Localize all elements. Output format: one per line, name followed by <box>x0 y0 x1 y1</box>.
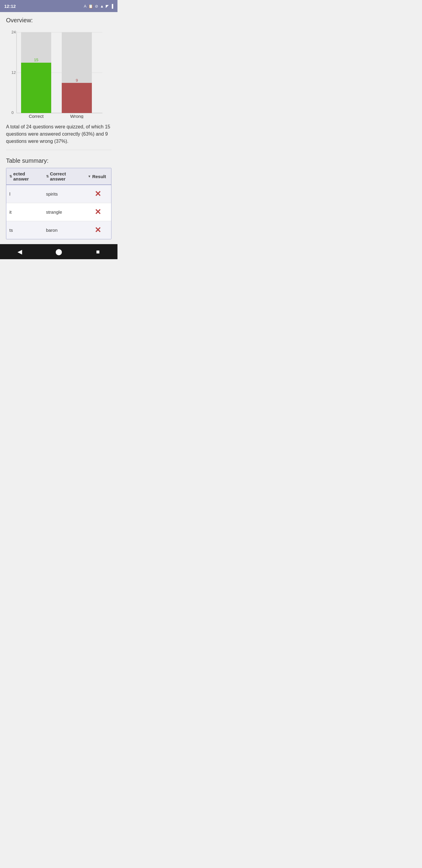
table-row: ts baron ✕ <box>6 221 111 239</box>
y-label-12: 12 <box>11 70 16 75</box>
table-summary-title: Table summary: <box>6 157 111 164</box>
main-content: Overview: 24 12 0 15 9 <box>0 12 118 244</box>
chart-container: 24 12 0 15 9 Correct Wrong <box>6 28 111 120</box>
y-label-24: 24 <box>11 30 16 34</box>
icon-blocked: ⊘ <box>95 4 98 8</box>
wrong-icon: ✕ <box>95 225 101 235</box>
row2-result: ✕ <box>85 207 111 217</box>
row3-correct: baron <box>43 227 85 233</box>
row1-selected: l <box>6 191 43 196</box>
row1-correct: spirits <box>43 191 85 196</box>
header-selected-label: ected answer <box>13 171 40 181</box>
table-row: l spirits ✕ <box>6 185 111 203</box>
header-result-label: Result <box>92 174 106 179</box>
row2-correct: strangle <box>43 210 85 215</box>
status-bar: 12:12 A 📋 ⊘ ▲ ◤ ▐ <box>0 0 118 12</box>
row3-selected: ts <box>6 227 43 233</box>
wrong-bar-value: 9 <box>75 78 78 83</box>
row3-result: ✕ <box>85 225 111 235</box>
row1-result: ✕ <box>85 189 111 198</box>
icon-clipboard: 📋 <box>88 4 93 8</box>
status-time: 12:12 <box>4 4 16 9</box>
sort-icon-correct: ⇅ <box>46 175 49 179</box>
correct-bar-fill <box>21 63 51 113</box>
overview-title: Overview: <box>6 17 111 24</box>
table-row: it strangle ✕ <box>6 203 111 221</box>
signal-icon: ◤ <box>106 4 109 8</box>
home-button[interactable]: ⬤ <box>51 244 66 259</box>
sort-icon-result: ▼ <box>88 175 91 178</box>
wrong-bar-fill <box>62 83 92 113</box>
sort-icon-selected: ⇅ <box>9 175 12 179</box>
table-wrapper: ⇅ ected answer ⇅ Correct answer ▼ Result… <box>6 168 111 239</box>
icon-a: A <box>84 4 87 8</box>
wifi-icon: ▲ <box>100 4 104 8</box>
table-header: ⇅ ected answer ⇅ Correct answer ▼ Result <box>6 168 111 185</box>
nav-bar: ◀ ⬤ ■ <box>0 244 118 259</box>
recents-button[interactable]: ■ <box>90 244 105 259</box>
back-button[interactable]: ◀ <box>12 244 27 259</box>
status-icons: A 📋 ⊘ ▲ ◤ ▐ <box>84 4 113 8</box>
header-correct-label: Correct answer <box>50 171 82 181</box>
correct-bar-value: 15 <box>34 58 38 62</box>
header-selected[interactable]: ⇅ ected answer <box>6 171 43 181</box>
wrong-x-label: Wrong <box>70 114 84 119</box>
header-correct[interactable]: ⇅ Correct answer <box>43 171 85 181</box>
summary-text: A total of 24 questions were quizzed, of… <box>6 123 111 150</box>
bar-chart: 24 12 0 15 9 Correct Wrong <box>6 28 108 119</box>
battery-icon: ▐ <box>110 4 113 8</box>
y-label-0: 0 <box>11 110 13 115</box>
wrong-icon: ✕ <box>95 207 101 217</box>
correct-x-label: Correct <box>29 114 44 119</box>
header-result[interactable]: ▼ Result <box>85 174 111 179</box>
row2-selected: it <box>6 210 43 215</box>
wrong-icon: ✕ <box>95 189 101 198</box>
